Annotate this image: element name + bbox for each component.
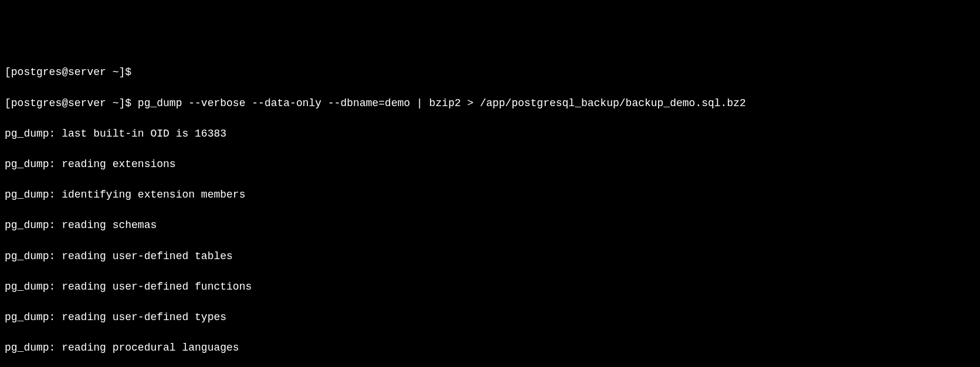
terminal-output-line: pg_dump: reading schemas [5, 218, 975, 233]
terminal-output-line: pg_dump: last built-in OID is 16383 [5, 126, 975, 141]
shell-prompt: [postgres@server ~]$ [5, 97, 138, 109]
terminal-output-line: pg_dump: identifying extension members [5, 187, 975, 202]
terminal-output-line: pg_dump: reading extensions [5, 157, 975, 172]
shell-prompt: [postgres@server ~]$ [5, 66, 138, 78]
terminal-output-line: pg_dump: reading user-defined functions [5, 279, 975, 294]
terminal-prompt-line[interactable]: [postgres@server ~]$ [5, 64, 975, 80]
terminal-output-line: pg_dump: reading user-defined types [5, 310, 975, 325]
terminal-prompt-line[interactable]: [postgres@server ~]$ pg_dump --verbose -… [5, 96, 975, 111]
terminal-output-line: pg_dump: reading procedural languages [5, 340, 975, 355]
terminal-output-line: pg_dump: reading user-defined tables [5, 249, 975, 264]
command-text: pg_dump --verbose --data-only --dbname=d… [138, 97, 746, 109]
